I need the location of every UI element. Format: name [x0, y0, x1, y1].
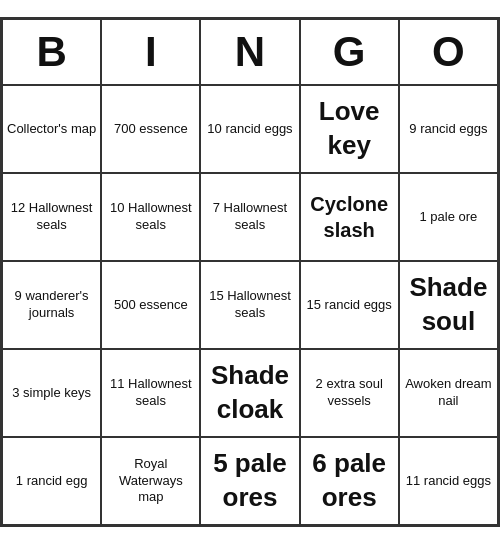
bingo-cell-21: Royal Waterways map [101, 437, 200, 525]
bingo-cell-15: 3 simple keys [2, 349, 101, 437]
bingo-cell-7: 7 Hallownest seals [200, 173, 299, 261]
bingo-cell-13: 15 rancid eggs [300, 261, 399, 349]
header-letter: B [2, 19, 101, 85]
header-letter: N [200, 19, 299, 85]
bingo-header: BINGO [2, 19, 498, 85]
bingo-grid: Collector's map700 essence10 rancid eggs… [2, 85, 498, 525]
bingo-cell-19: Awoken dream nail [399, 349, 498, 437]
bingo-cell-1: 700 essence [101, 85, 200, 173]
bingo-cell-20: 1 rancid egg [2, 437, 101, 525]
bingo-cell-4: 9 rancid eggs [399, 85, 498, 173]
bingo-cell-16: 11 Hallownest seals [101, 349, 200, 437]
bingo-card: BINGO Collector's map700 essence10 ranci… [0, 17, 500, 527]
bingo-cell-8: Cyclone slash [300, 173, 399, 261]
bingo-cell-9: 1 pale ore [399, 173, 498, 261]
bingo-cell-3: Love key [300, 85, 399, 173]
header-letter: I [101, 19, 200, 85]
bingo-cell-5: 12 Hallownest seals [2, 173, 101, 261]
header-letter: O [399, 19, 498, 85]
bingo-cell-2: 10 rancid eggs [200, 85, 299, 173]
bingo-cell-14: Shade soul [399, 261, 498, 349]
bingo-cell-0: Collector's map [2, 85, 101, 173]
bingo-cell-6: 10 Hallownest seals [101, 173, 200, 261]
bingo-cell-17: Shade cloak [200, 349, 299, 437]
bingo-cell-12: 15 Hallownest seals [200, 261, 299, 349]
bingo-cell-23: 6 pale ores [300, 437, 399, 525]
bingo-cell-10: 9 wanderer's journals [2, 261, 101, 349]
bingo-cell-18: 2 extra soul vessels [300, 349, 399, 437]
bingo-cell-24: 11 rancid eggs [399, 437, 498, 525]
bingo-cell-22: 5 pale ores [200, 437, 299, 525]
header-letter: G [300, 19, 399, 85]
bingo-cell-11: 500 essence [101, 261, 200, 349]
